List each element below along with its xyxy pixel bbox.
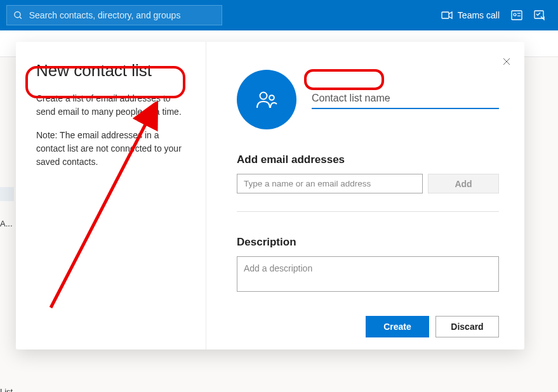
people-card-icon[interactable]	[511, 10, 522, 21]
new-contact-list-modal: New contact list Create a list of email …	[16, 42, 524, 350]
name-input-wrap	[312, 70, 499, 109]
modal-left-panel: New contact list Create a list of email …	[16, 42, 206, 350]
email-address-input[interactable]	[237, 174, 423, 193]
search-icon	[13, 10, 23, 20]
sidebar-selected-item[interactable]	[0, 187, 14, 201]
add-email-button[interactable]: Add	[428, 174, 499, 193]
button-row: Create Discard	[237, 316, 499, 337]
svg-rect-3	[512, 11, 522, 20]
feedback-icon[interactable]	[534, 10, 545, 21]
svg-point-0	[15, 11, 20, 17]
modal-description-1: Create a list of email addresses to send…	[36, 92, 185, 119]
modal-description-2: Note: The email addresses in a contact l…	[36, 129, 185, 169]
modal-title: New contact list	[36, 61, 185, 81]
contact-list-avatar	[237, 70, 296, 129]
close-icon	[503, 58, 510, 65]
video-icon	[441, 11, 453, 20]
sidebar-item-a[interactable]: A...	[0, 219, 13, 228]
svg-line-1	[20, 17, 22, 19]
teams-call-button[interactable]: Teams call	[441, 10, 500, 20]
create-button[interactable]: Create	[366, 316, 429, 337]
sidebar-item-list[interactable]: List	[0, 387, 13, 392]
description-section-label: Description	[237, 236, 499, 249]
emails-section-label: Add email addresses	[237, 154, 499, 166]
search-box[interactable]	[6, 5, 222, 25]
search-input[interactable]	[29, 10, 215, 20]
svg-rect-2	[442, 12, 449, 18]
teams-call-label: Teams call	[458, 10, 500, 20]
discard-button[interactable]: Discard	[435, 316, 499, 337]
svg-point-11	[269, 95, 274, 100]
top-bar: Teams call	[0, 0, 558, 30]
avatar-row	[237, 70, 499, 129]
email-row: Add	[237, 174, 499, 212]
svg-point-10	[260, 93, 267, 100]
people-icon	[255, 90, 278, 109]
modal-right-panel: Add email addresses Add Description Crea…	[206, 42, 524, 350]
top-bar-right: Teams call	[441, 10, 552, 21]
close-button[interactable]	[503, 57, 510, 67]
svg-point-4	[514, 13, 516, 16]
contact-list-name-input[interactable]	[312, 89, 499, 109]
description-input[interactable]	[237, 256, 499, 292]
